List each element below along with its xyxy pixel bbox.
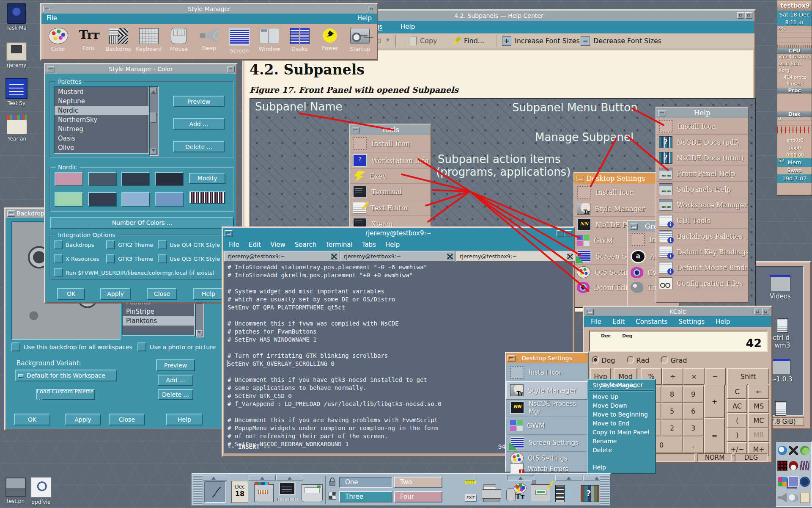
- key-open-paren[interactable]: (: [727, 413, 747, 428]
- kcalc-menu-item[interactable]: Help: [716, 318, 730, 326]
- color-swatch[interactable]: [55, 192, 83, 207]
- file-other[interactable]: [772, 401, 789, 417]
- variant-select[interactable]: Default for this Workspace: [15, 370, 117, 381]
- key-5[interactable]: 5: [661, 403, 683, 420]
- color-swatch[interactable]: [121, 172, 150, 186]
- applications-button[interactable]: [531, 484, 551, 502]
- maximize-button[interactable]: [368, 6, 375, 12]
- add-button[interactable]: Add ...: [158, 375, 193, 386]
- key-ac[interactable]: AC: [727, 399, 747, 413]
- menu-file[interactable]: File: [47, 14, 57, 22]
- terminal-menu-item[interactable]: Search: [295, 241, 317, 248]
- file-videos[interactable]: Videos: [768, 277, 793, 300]
- key-ms[interactable]: MS: [748, 399, 769, 413]
- modify-button[interactable]: Modify: [189, 173, 225, 184]
- key-3[interactable]: 3: [683, 420, 704, 436]
- gkrellm-hostname[interactable]: testbox9: [777, 0, 812, 11]
- delete-button[interactable]: Delete ...: [158, 389, 193, 400]
- subpanel-tab[interactable]: [200, 475, 227, 480]
- copy-button[interactable]: Copy: [420, 37, 437, 45]
- minimize-button[interactable]: [754, 309, 761, 315]
- palettes-scrollbar[interactable]: [149, 86, 159, 156]
- color-swatch[interactable]: [155, 172, 184, 186]
- backdrop-list-item[interactable]: PinStripe: [123, 307, 194, 316]
- help-books-button[interactable]: ?: [581, 485, 599, 502]
- subpanel-tab[interactable]: [249, 475, 276, 480]
- help-button[interactable]: Help: [193, 288, 224, 300]
- deg-radio[interactable]: Deg: [592, 356, 615, 364]
- preview-button[interactable]: Preview: [173, 96, 225, 107]
- increase-font-button[interactable]: Increase Font Sizes: [515, 37, 580, 45]
- panel-handle-right[interactable]: [600, 475, 609, 505]
- desktop-icon-taskman[interactable]: Task Ma: [2, 3, 31, 31]
- terminal-tab[interactable]: rjeremy@testbox9:~: [340, 251, 455, 262]
- subpanel-menu-button[interactable]: [508, 355, 516, 362]
- close-button[interactable]: Close: [147, 288, 177, 300]
- terminal-menu-item[interactable]: Edit: [249, 241, 261, 248]
- ok-button[interactable]: OK: [57, 288, 85, 300]
- tool-mouse[interactable]: Mouse: [164, 28, 194, 52]
- ok-button[interactable]: OK: [14, 414, 50, 425]
- desktop-icon-testpng[interactable]: test.pn: [3, 478, 29, 504]
- tab-close-icon[interactable]: [447, 254, 453, 260]
- subpanel-tab-open[interactable]: [507, 475, 534, 480]
- menu-help[interactable]: Help: [357, 14, 372, 22]
- media-button[interactable]: ♪: [555, 485, 575, 502]
- printer-button[interactable]: [482, 487, 501, 502]
- preview-button[interactable]: Preview: [156, 359, 195, 371]
- tray-network-icon[interactable]: [778, 446, 787, 455]
- file-ctrl-d-wm3[interactable]: ctrl-d- wm3: [771, 318, 794, 349]
- key-mr[interactable]: MR: [748, 428, 769, 442]
- style-manager-titlebar[interactable]: Style Manager: [41, 4, 377, 14]
- kcalc-titlebar[interactable]: KCalc: [584, 307, 771, 316]
- tray-volume-icon[interactable]: [778, 493, 787, 502]
- striped-swatch[interactable]: [189, 191, 225, 204]
- terminal-menu-item[interactable]: Tabs: [362, 241, 376, 248]
- rad-radio[interactable]: Rad: [627, 356, 650, 364]
- clock-button[interactable]: [204, 481, 226, 503]
- key-mc[interactable]: MC: [748, 413, 769, 428]
- key-c[interactable]: C: [727, 384, 747, 399]
- palette-item[interactable]: Mustard: [55, 87, 148, 97]
- menu-item[interactable]: Copy to Main Panel: [588, 428, 655, 437]
- maximize-button[interactable]: [745, 12, 752, 19]
- key-2[interactable]: 2: [661, 420, 683, 436]
- grad-radio[interactable]: Grad: [661, 356, 687, 364]
- tool-beep[interactable]: Beep: [194, 28, 224, 51]
- key-dot[interactable]: .: [683, 436, 704, 453]
- tool-color[interactable]: Color: [43, 28, 73, 52]
- tray-cubes-icon[interactable]: [778, 477, 787, 486]
- exit-button[interactable]: EXIT: [465, 494, 477, 502]
- maximize-button[interactable]: [762, 309, 769, 315]
- terminal-tab-active[interactable]: rjeremy@testbox9:~: [456, 251, 575, 262]
- check-qt4[interactable]: Use Qt4 GTK Style: [158, 240, 220, 249]
- check-colormgr[interactable]: Run $FVWM_USERDIR/libexec/colormgr.local…: [54, 268, 214, 277]
- desktop-icon-rjeremy[interactable]: rjeremy: [0, 42, 33, 68]
- check-qt5[interactable]: Use Qt5 GTK Style: [158, 254, 220, 263]
- add-button[interactable]: Add ...: [173, 118, 225, 130]
- lock-button[interactable]: [329, 478, 336, 486]
- color-swatch[interactable]: [88, 172, 117, 186]
- all-workspaces-option[interactable]: Use this backdrop for all workspaces: [11, 342, 132, 351]
- key-shift[interactable]: Shift: [727, 368, 769, 385]
- subpanel-watch-errors[interactable]: Watch Errors: [507, 466, 587, 472]
- window-menu-button[interactable]: [43, 6, 51, 12]
- style-manager-button[interactable]: Tᴛ: [506, 483, 527, 503]
- subpanel-style-manager[interactable]: Style Manager: [506, 381, 588, 400]
- subpanel-install-icon[interactable]: Install Icon: [507, 364, 587, 381]
- key-close-paren[interactable]: ): [727, 428, 747, 442]
- terminal-menu-item[interactable]: Help: [385, 241, 400, 248]
- panel-handle-left[interactable]: [193, 475, 203, 505]
- apply-button[interactable]: Apply: [100, 288, 131, 300]
- color-swatch[interactable]: [55, 172, 83, 186]
- kcalc-menu-item[interactable]: Edit: [612, 318, 625, 326]
- subpanel-titlebar[interactable]: Desktop Settings: [506, 353, 588, 363]
- palette-item[interactable]: Olive: [55, 143, 148, 152]
- help-button[interactable]: Help: [166, 414, 203, 425]
- subpanel-gwm[interactable]: GWM: [507, 417, 587, 435]
- key-plus[interactable]: +: [704, 384, 725, 418]
- window-menu-button[interactable]: [586, 309, 594, 315]
- subpanel-tab[interactable]: [276, 475, 303, 480]
- palette-item[interactable]: Nordic: [55, 106, 148, 115]
- tray-keyboard-icon[interactable]: [777, 461, 787, 471]
